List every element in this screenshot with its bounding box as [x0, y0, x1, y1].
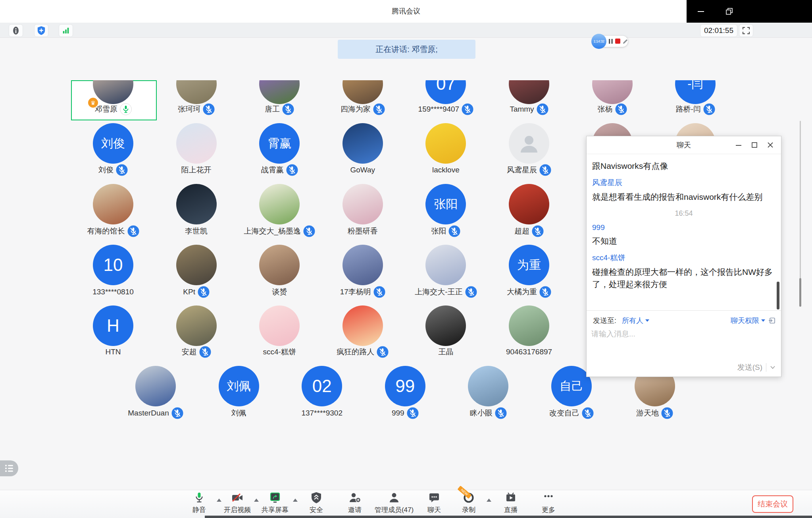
participant-name-row: HTN — [71, 346, 155, 358]
toolbar-button-label: 安全 — [310, 505, 323, 514]
participants-scrollbar-thumb[interactable] — [799, 278, 801, 307]
mic-muted-icon — [539, 164, 551, 176]
participant-tile[interactable] — [176, 305, 217, 346]
participant-tile[interactable] — [93, 80, 133, 104]
send-to-selector[interactable]: 所有人 — [622, 316, 643, 325]
chat-permission-selector[interactable]: 聊天权限 — [731, 316, 759, 325]
participant-tile[interactable] — [343, 305, 383, 346]
participant-tile[interactable] — [176, 80, 217, 104]
participant-tile[interactable]: 霄赢 — [259, 123, 300, 164]
participant-tile[interactable]: 刘佩 — [219, 366, 259, 406]
chat-message-text: 碰撞检查的原理大都一样的，这个报告比NW好多了，处理起来很方便 — [592, 266, 775, 290]
participant-tile[interactable] — [259, 184, 300, 224]
participant-name: 谈赟 — [272, 287, 287, 297]
meeting-info-button[interactable] — [9, 24, 23, 37]
participant-avatar: 自己 — [551, 366, 592, 406]
participant-name-row: 刘佩 — [197, 407, 281, 419]
share-screen-icon — [269, 491, 281, 504]
toolbar-expand-arrow[interactable] — [217, 499, 221, 502]
fullscreen-button[interactable] — [739, 24, 753, 37]
recording-pause-button[interactable] — [607, 37, 614, 46]
end-meeting-button[interactable]: 结束会议 — [752, 495, 793, 513]
participant-name-row: 风鸢星辰 — [487, 164, 571, 176]
minimize-icon — [697, 8, 704, 15]
participant-tile[interactable] — [425, 245, 466, 285]
participant-tile[interactable] — [176, 245, 217, 285]
participant-name-row: 眯小眼 — [446, 407, 530, 419]
mic-muted-icon — [462, 103, 473, 115]
recording-edit-button[interactable] — [622, 37, 629, 46]
participant-avatar — [592, 80, 633, 104]
participant-tile[interactable]: 02 — [302, 366, 342, 406]
toolbar-expand-arrow[interactable] — [487, 499, 491, 502]
participant-name: 159****9407 — [418, 105, 460, 114]
chat-minimize-button[interactable] — [733, 140, 744, 150]
toolbar-button-more[interactable]: 更多 — [521, 491, 576, 514]
participant-tile[interactable] — [93, 184, 133, 224]
participant-tile[interactable] — [176, 184, 217, 224]
toolbar-expand-arrow[interactable] — [293, 499, 298, 502]
participant-tile[interactable] — [425, 305, 466, 346]
mic-muted-icon — [703, 103, 715, 115]
participant-tile[interactable] — [509, 80, 549, 104]
participant-tile[interactable]: H — [93, 305, 133, 346]
recording-stop-button[interactable] — [614, 37, 622, 46]
participant-avatar — [509, 305, 549, 346]
participant-tile[interactable] — [509, 123, 549, 164]
participant-tile[interactable] — [135, 366, 176, 406]
mic-active-icon — [120, 103, 132, 115]
participant-tile[interactable] — [509, 184, 549, 224]
participant-tile[interactable] — [259, 305, 300, 346]
toolbar-button-label: 直播 — [504, 505, 518, 514]
send-button[interactable]: 发送(S) — [737, 362, 775, 373]
participant-tile[interactable] — [259, 80, 300, 104]
restore-window-button[interactable] — [715, 0, 744, 23]
participant-tile[interactable]: -闫 — [675, 80, 716, 104]
participant-tile[interactable]: 刘俊 — [93, 123, 133, 164]
participant-tile[interactable] — [343, 80, 383, 104]
member-list-toggle-button[interactable] — [0, 460, 18, 476]
participant-name-row: 游天地 — [613, 407, 697, 419]
mic-muted-icon — [286, 164, 298, 176]
participant-tile[interactable]: 自己 — [551, 366, 592, 406]
participant-tile[interactable] — [425, 123, 466, 164]
participant-avatar: 张阳 — [425, 184, 466, 224]
participant-mic — [465, 286, 477, 298]
participant-tile[interactable]: 为重 — [509, 245, 549, 285]
live-tv-icon — [504, 491, 517, 504]
participant-tile[interactable]: 99 — [385, 366, 425, 406]
participant-tile[interactable] — [343, 245, 383, 285]
participant-mic — [615, 103, 627, 115]
participant-tile[interactable] — [343, 184, 383, 224]
participant-tile[interactable] — [343, 123, 383, 164]
meeting-security-button[interactable] — [34, 24, 48, 37]
chat-scrollbar-thumb[interactable] — [777, 282, 779, 309]
participant-tile[interactable] — [468, 366, 508, 406]
participant-tile[interactable]: 10 — [93, 245, 133, 285]
chat-maximize-button[interactable] — [749, 140, 760, 150]
avatar-initials: 张阳 — [434, 196, 458, 213]
chat-close-button[interactable] — [765, 140, 775, 150]
participant-tile[interactable] — [176, 123, 217, 164]
participant-tile[interactable] — [592, 80, 633, 104]
network-signal-button[interactable] — [59, 24, 73, 37]
chat-bubble-icon — [428, 491, 441, 504]
chevron-down-icon[interactable] — [761, 319, 765, 322]
toolbar-expand-arrow[interactable] — [254, 499, 259, 502]
participant-tile[interactable]: 张阳 — [425, 184, 466, 224]
popout-icon[interactable] — [768, 317, 775, 324]
participant-name: 眯小眼 — [470, 408, 493, 418]
participant-avatar: 99 — [385, 366, 425, 406]
participant-tile[interactable] — [259, 245, 300, 285]
speaking-banner: 正在讲话: 邓雪原; — [338, 40, 475, 59]
participant-tile[interactable] — [509, 305, 549, 346]
minimize-window-button[interactable] — [687, 0, 715, 23]
participant-tile[interactable]: 07 — [425, 80, 466, 104]
chevron-down-icon[interactable] — [645, 319, 649, 322]
participant-name: 路桥-闫 — [676, 104, 701, 114]
participant-name-row: 刘俊 — [71, 164, 155, 176]
participant-avatar: 刘俊 — [93, 123, 133, 164]
host-badge: ♛ — [88, 98, 98, 108]
participant-avatar — [176, 305, 217, 346]
chat-input[interactable] — [591, 328, 771, 361]
